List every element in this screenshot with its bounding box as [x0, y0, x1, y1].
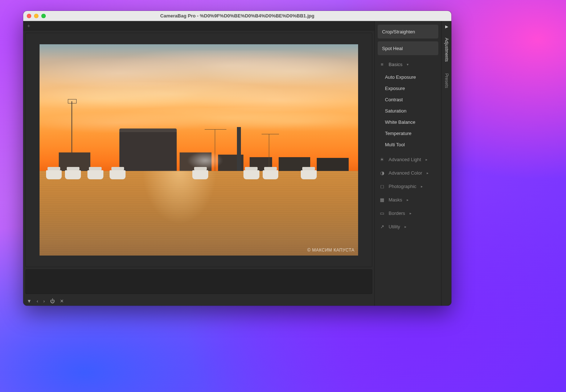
add-tab-button[interactable]: + [25, 23, 32, 29]
adjustments-panel: Crop/Straighten Spot Heal ≡ Basics ▾ Aut… [374, 21, 441, 306]
item-contrast[interactable]: Contrast [378, 94, 438, 105]
close-window-button[interactable] [27, 14, 31, 18]
section-photographic-label: Photographic [389, 184, 417, 189]
item-auto-exposure[interactable]: Auto Exposure [378, 72, 438, 83]
section-masks-label: Masks [389, 197, 402, 203]
sliders-icon: ≡ [379, 62, 385, 67]
section-advanced-color[interactable]: ◑ Advanced Color ▸ [378, 167, 438, 177]
chevron-right-icon: ▸ [405, 225, 406, 229]
image-tab-strip: + [23, 21, 374, 30]
chevron-right-icon: ▸ [410, 211, 411, 215]
filmstrip [25, 269, 372, 294]
section-masks[interactable]: ▦ Masks ▸ [378, 193, 438, 204]
main-column: + [23, 21, 374, 306]
chevron-down-icon: ▾ [407, 62, 409, 66]
photo-watermark: © МАКСИМ КАПУСТА [307, 248, 354, 253]
section-borders-label: Borders [389, 211, 405, 216]
section-borders[interactable]: ▭ Borders ▸ [378, 207, 438, 217]
reset-button[interactable]: ✕ [60, 298, 64, 304]
camera-icon: ◻ [379, 184, 385, 189]
chevron-right-icon: ▸ [407, 198, 409, 202]
item-multi-tool[interactable]: Multi Tool [378, 139, 438, 150]
item-temperature[interactable]: Temperature [378, 128, 438, 139]
window-controls [27, 14, 46, 18]
tab-presets[interactable]: Presets [444, 68, 449, 94]
section-basics-label: Basics [389, 62, 402, 67]
section-photographic[interactable]: ◻ Photographic ▸ [378, 180, 438, 191]
section-utility[interactable]: ↗ Utility ▸ [378, 220, 438, 231]
item-saturation[interactable]: Saturation [378, 105, 438, 117]
next-image-button[interactable]: › [43, 298, 45, 304]
chevron-right-icon: ▸ [427, 171, 428, 175]
tab-adjustments[interactable]: Adjustments [444, 32, 449, 68]
chevron-right-icon: ▸ [426, 158, 427, 162]
section-utility-label: Utility [389, 224, 400, 229]
zoom-window-button[interactable] [41, 14, 46, 18]
image-canvas[interactable]: © МАКСИМ КАПУСТА [40, 44, 358, 256]
prev-image-button[interactable]: ‹ [37, 298, 38, 304]
masks-icon: ▦ [379, 197, 385, 203]
section-basics[interactable]: ≡ Basics ▾ [378, 58, 438, 69]
bottom-menu-button[interactable]: ▼ [27, 298, 32, 304]
titlebar: CameraBag Pro - %D0%9F%D0%BE%D0%B4%D0%BE… [23, 11, 451, 21]
crop-straighten-button[interactable]: Crop/Straighten [378, 25, 438, 38]
bottom-toolbar: ▼ ‹ › ⏻ ✕ [23, 296, 374, 306]
minimize-window-button[interactable] [34, 14, 38, 18]
palette-icon: ◑ [379, 170, 385, 176]
borders-icon: ▭ [379, 211, 385, 216]
section-advanced-light[interactable]: ☀ Advanced Light ▸ [378, 153, 438, 164]
app-body: + [23, 21, 451, 306]
item-exposure[interactable]: Exposure [378, 83, 438, 94]
app-window: CameraBag Pro - %D0%9F%D0%BE%D0%B4%D0%BE… [23, 11, 451, 306]
item-white-balance[interactable]: White Balance [378, 117, 438, 128]
photo-boats [40, 163, 358, 180]
utility-icon: ↗ [379, 224, 385, 229]
canvas-area: © МАКСИМ КАПУСТА [25, 33, 372, 267]
right-tab-strip: ▶ Adjustments Presets [441, 21, 451, 306]
sun-icon: ☀ [379, 157, 385, 162]
section-advanced-light-label: Advanced Light [389, 157, 421, 162]
photo-water [40, 171, 358, 256]
chevron-right-icon: ▸ [421, 184, 423, 188]
basics-items: Auto Exposure Exposure Contrast Saturati… [378, 72, 438, 150]
spot-heal-button[interactable]: Spot Heal [378, 41, 438, 55]
collapse-panel-button[interactable]: ▶ [445, 21, 448, 32]
toggle-enable-button[interactable]: ⏻ [50, 298, 55, 304]
section-advanced-color-label: Advanced Color [389, 170, 422, 176]
window-title: CameraBag Pro - %D0%9F%D0%BE%D0%B4%D0%BE… [23, 13, 451, 19]
